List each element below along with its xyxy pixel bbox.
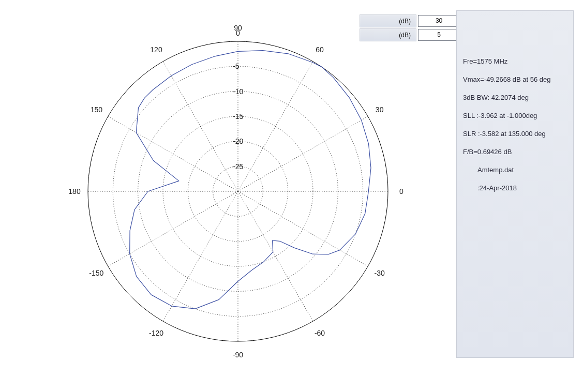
info-slr: SLR :-3.582 at 135.000 deg xyxy=(463,130,546,138)
svg-line-13 xyxy=(108,191,238,266)
svg-text:-25: -25 xyxy=(233,162,243,171)
svg-text:-30: -30 xyxy=(375,269,385,277)
step-db-input[interactable]: 5 xyxy=(418,29,460,41)
info-file: Amtemp.dat xyxy=(477,166,514,174)
svg-line-16 xyxy=(238,191,313,321)
svg-line-7 xyxy=(238,116,368,191)
svg-line-17 xyxy=(238,191,368,266)
svg-text:-20: -20 xyxy=(233,137,243,145)
svg-text:-90: -90 xyxy=(233,351,243,359)
svg-line-14 xyxy=(163,191,238,321)
svg-text:180: 180 xyxy=(68,187,81,195)
svg-text:-10: -10 xyxy=(233,87,243,96)
svg-text:150: 150 xyxy=(91,105,103,114)
info-panel: Fre=1575 MHz Vmax=-49.2668 dB at 56 deg … xyxy=(456,10,574,358)
info-frequency: Fre=1575 MHz xyxy=(463,57,507,65)
svg-line-8 xyxy=(238,62,313,191)
range-db-input[interactable]: 30 xyxy=(418,15,460,27)
step-db-label: (dB) xyxy=(360,28,416,41)
svg-text:-120: -120 xyxy=(149,329,163,337)
svg-text:0: 0 xyxy=(236,29,240,37)
svg-line-10 xyxy=(163,62,238,191)
svg-text:0: 0 xyxy=(399,187,403,195)
svg-text:120: 120 xyxy=(150,46,162,54)
svg-line-11 xyxy=(108,116,238,191)
info-vmax: Vmax=-49.2668 dB at 56 deg xyxy=(463,76,550,83)
svg-text:-15: -15 xyxy=(233,112,243,120)
info-fb: F/B=0.69426 dB xyxy=(463,148,512,156)
range-db-label: (dB) xyxy=(360,14,416,27)
polar-plot: 0306090120150180-150-120-90-60-300-5-10-… xyxy=(10,10,450,383)
svg-text:60: 60 xyxy=(316,46,324,54)
step-db-row: (dB) 5 xyxy=(360,28,460,41)
svg-text:30: 30 xyxy=(376,105,384,114)
range-db-row: (dB) 30 xyxy=(360,14,460,27)
svg-text:-150: -150 xyxy=(89,269,103,277)
svg-text:-60: -60 xyxy=(315,329,325,337)
info-sll: SLL :-3.962 at -1.000deg xyxy=(463,112,537,119)
svg-text:-5: -5 xyxy=(233,62,240,70)
info-date: :24-Apr-2018 xyxy=(477,184,517,192)
info-3db-bw: 3dB BW: 42.2074 deg xyxy=(463,94,529,101)
